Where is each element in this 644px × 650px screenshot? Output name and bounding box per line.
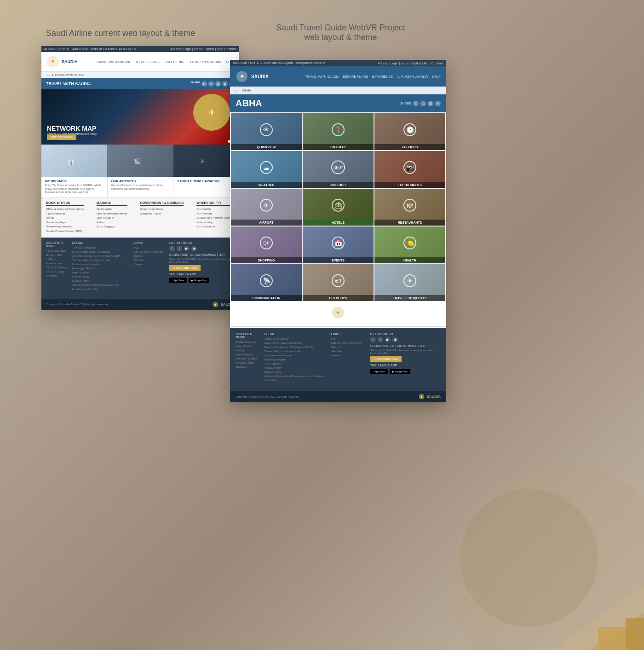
bottom-link-passenger[interactable]: Passenger Rights (72, 267, 129, 271)
grid-cell-weather[interactable]: ☁ WEATHER (231, 151, 302, 188)
footer-link-hotels[interactable]: Hotels (46, 216, 84, 221)
left-facebook-icon[interactable]: f (169, 246, 175, 251)
right-email-share[interactable]: @ (428, 101, 433, 106)
footer-link-institutions[interactable]: Our Institutions (196, 225, 235, 229)
right-nav-travel[interactable]: TRAVEL WITH SAUDIA (305, 75, 339, 78)
right-facebook-icon[interactable]: f (370, 337, 376, 342)
grid-cell-health[interactable]: 🍋 HEALTH (374, 226, 445, 263)
bottom-link-tarmac[interactable]: Tarmac delay contingency plan (72, 258, 129, 262)
footer-link-spa[interactable]: Saudia Private Aviation (SPA) (46, 229, 84, 234)
right-link-haj[interactable]: Haj & Umrah Travel Conditions (264, 341, 326, 345)
twitter-share-icon[interactable]: t (208, 81, 214, 87)
bottom-link-ife[interactable]: In-Flight Entertainment (46, 257, 68, 266)
footer-link-network[interactable]: Network Map (196, 221, 235, 225)
left-top-bar-links[interactable]: Alfursan Login | arabic English | High C… (171, 47, 236, 51)
breadcrumb-section[interactable]: ► TRAVEL WITH SAUDIA (52, 74, 84, 76)
right-link-careers[interactable]: Careers (331, 354, 364, 358)
footer-link-offers[interactable]: Offers & Featured Destinations (46, 207, 84, 212)
bottom-link-advice[interactable]: Advice to International Passengers on Li… (72, 283, 129, 291)
footer-link-refund[interactable]: Refund (97, 221, 127, 225)
right-plus-share[interactable]: + (435, 101, 441, 106)
email-share-icon[interactable]: @ (215, 81, 221, 87)
left-nav-link-experience[interactable]: EXPERIENCE (165, 60, 185, 64)
right-instagram-icon[interactable]: ◉ (392, 337, 398, 342)
footer-link-govt-sales[interactable]: Government Sales (140, 207, 184, 212)
bottom-link-cookie[interactable]: Cookie Policy (72, 279, 129, 283)
right-link-skysales[interactable]: Skysales (236, 365, 259, 369)
footer-link-partners[interactable]: Our Partners (196, 212, 235, 216)
grid-cell-communication[interactable]: 📡 COMMUNICATION (231, 264, 302, 301)
right-top-bar-links[interactable]: Alfursan Login | arabic English | High C… (378, 62, 443, 65)
right-nav-before[interactable]: BEFORE FLYING (343, 75, 368, 78)
grid-cell-travel-etiquette[interactable]: ✈ TRAVEL ENTIQUETTE (374, 264, 445, 301)
footer-link-flight[interactable]: Flight Schedule (46, 212, 84, 216)
bottom-link-faq[interactable]: FAQ (133, 246, 165, 250)
footer-link-web-res[interactable]: Web Reservation service (97, 212, 127, 216)
footer-link-upgrade[interactable]: My Upgrade (97, 207, 127, 212)
right-breadcrumb-home[interactable]: ⌂ (236, 89, 237, 92)
right-nav-alfursan[interactable]: ALFURSAN LOYALTY (397, 75, 429, 78)
bottom-link-flights[interactable]: Flights Schedule (46, 249, 68, 253)
footer-link-baggage[interactable]: Extra Baggage (97, 225, 127, 229)
right-link-tarmac[interactable]: Tarmac delay contingency plan (264, 349, 326, 354)
bottom-link-holidays[interactable]: SAUDIA Holidays (46, 266, 68, 270)
left-instagram-icon[interactable]: ◉ (191, 246, 197, 251)
right-link-ife[interactable]: In-Flight Entertainment (236, 348, 259, 357)
right-twitter-share[interactable]: t (420, 101, 426, 106)
right-twitter-icon[interactable]: t (378, 337, 383, 342)
right-googleplay-badge[interactable]: ▶ Google Play (390, 369, 410, 374)
right-link-network[interactable]: Network Map (236, 344, 259, 348)
left-youtube-icon[interactable]: ▶ (184, 246, 190, 251)
right-link-cargo[interactable]: SAUDIA Cargo (236, 361, 259, 365)
right-link-passenger[interactable]: Passenger Rights (264, 358, 326, 362)
bottom-link-terms[interactable]: Terms & Conditions (72, 246, 129, 250)
right-link-customer[interactable]: Customer service plan (264, 354, 326, 358)
left-nav-link-loyalty[interactable]: LOYALTY PROGRAM (190, 60, 221, 64)
grid-cell-top10[interactable]: 📷 TOP 10 SIGHTS (374, 151, 445, 188)
grid-cell-hotels[interactable]: 🏨 HOTELS (303, 189, 374, 226)
left-nav-link-travel[interactable]: TRAVEL WITH SAUDIA (96, 60, 130, 64)
right-subscribe-btn[interactable]: SUBSCRIBE NOW! (370, 356, 402, 362)
left-subscribe-btn[interactable]: SUBSCRIBE NOW! (169, 265, 201, 271)
left-card-upgrade[interactable]: 👔 (41, 145, 107, 177)
right-appstore-badge[interactable]:  App Store (370, 369, 388, 374)
left-card-airports[interactable]: 🏗 (107, 145, 173, 177)
right-nav-help[interactable]: HELP (432, 75, 441, 78)
find-out-more-btn[interactable]: FIND OUT MORE (47, 134, 76, 140)
breadcrumb-home-icon[interactable]: ⌂ (46, 74, 48, 76)
right-link-carriage[interactable]: General Conditions of Carriage & Tariffs (264, 345, 326, 349)
right-youtube-icon[interactable]: ▶ (385, 337, 391, 342)
bottom-link-haj[interactable]: Haj & Umrah Travel Conditions (72, 250, 129, 254)
grid-cell-crewtips[interactable]: 🏷 CREW TIPS (303, 264, 374, 301)
bottom-link-privacy[interactable]: Privacy Policy (72, 275, 129, 279)
right-link-fare[interactable]: Fare Families (264, 362, 326, 366)
right-link-cookie[interactable]: Cookie Policy (264, 370, 326, 374)
bottom-link-cargo[interactable]: SAUDIA Cargo (46, 270, 68, 274)
right-facebook-share[interactable]: f (413, 101, 419, 106)
left-appstore-badge[interactable]:  App Store (169, 278, 187, 283)
right-link-faq[interactable]: FAQ (331, 337, 364, 341)
grid-cell-restaurants[interactable]: 🍽 RESTAURANTS (374, 189, 445, 226)
bottom-link-customer[interactable]: Customer service plan (72, 262, 129, 267)
bottom-link-carriage[interactable]: General Conditions of Carriage & Tariffs (72, 254, 129, 258)
left-nav-link-before[interactable]: BEFORE FLYING (135, 60, 161, 64)
bottom-link-careers[interactable]: Careers (133, 262, 165, 267)
left-card-private[interactable]: ✈ (173, 145, 239, 177)
right-link-advice[interactable]: Advice to International Passengers on Li… (264, 374, 326, 383)
grid-cell-24hours[interactable]: 🕐 24 HOURS (374, 113, 445, 150)
right-link-callcenter[interactable]: Call Centers & Technical Support (331, 341, 364, 349)
grid-cell-360tour[interactable]: 360° 360 TOUR (303, 151, 374, 188)
grid-cell-airport[interactable]: ✈ AIRPORT (231, 189, 302, 226)
footer-link-reservation[interactable]: Reservation services (46, 225, 84, 229)
grid-cell-citymap[interactable]: 📍 CITY MAP (303, 113, 374, 150)
bottom-link-fare[interactable]: Fare Families (72, 271, 129, 275)
bottom-link-network[interactable]: Network Map (46, 253, 68, 257)
bottom-link-callcenter[interactable]: Call Centers & Technical Support (133, 250, 165, 258)
footer-link-checkin[interactable]: Web Check-in (97, 216, 127, 221)
footer-link-holidays[interactable]: Saudia Holidays (46, 221, 84, 225)
left-nav-links[interactable]: TRAVEL WITH SAUDIA BEFORE FLYING EXPERIE… (96, 60, 235, 64)
grid-cell-events[interactable]: 📅 EVENTS (303, 226, 374, 263)
right-nav-links[interactable]: TRAVEL WITH SAUDIA BEFORE FLYING EXPERIE… (305, 75, 441, 78)
facebook-share-icon[interactable]: f (201, 81, 207, 87)
grid-cell-shopping[interactable]: 🛍 SHOPPING (231, 226, 302, 263)
